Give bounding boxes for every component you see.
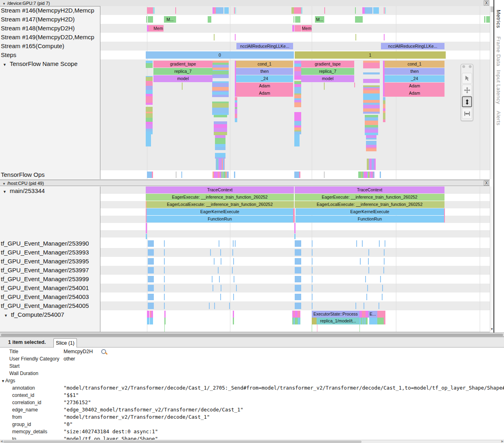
timeline-slice[interactable]: [294, 61, 301, 64]
timeline-slice[interactable]: [366, 141, 376, 145]
timeline-slice[interactable]: model: [153, 75, 213, 82]
timeline-slice[interactable]: [295, 25, 301, 32]
timeline-slice[interactable]: [148, 249, 154, 256]
timeline-slice[interactable]: [212, 91, 229, 92]
timeline-slice[interactable]: [298, 318, 299, 324]
search-icon[interactable]: [101, 349, 106, 354]
timeline-slice[interactable]: [294, 112, 301, 116]
timeline-slice[interactable]: [222, 159, 223, 170]
timeline-slice[interactable]: [218, 267, 219, 273]
timeline-slice[interactable]: [146, 81, 153, 86]
scroll-down-arrow-icon[interactable]: ▼: [490, 327, 493, 331]
timeline-slice[interactable]: [365, 117, 378, 121]
timeline-slice[interactable]: [363, 96, 380, 100]
tab-alerts[interactable]: Alerts: [495, 111, 502, 125]
scrollbar-thumb[interactable]: [491, 6, 493, 12]
timeline-slice[interactable]: [354, 83, 355, 87]
timeline-slice[interactable]: [383, 267, 384, 273]
timeline-slice[interactable]: [215, 144, 225, 147]
scroll-right-arrow-icon[interactable]: ▶: [502, 440, 504, 443]
timeline-slice[interactable]: [212, 95, 229, 97]
timeline-slice[interactable]: [295, 16, 300, 23]
timeline-slice[interactable]: TraceContext: [295, 187, 444, 193]
timeline-slice[interactable]: [324, 172, 325, 178]
timeline-slice[interactable]: [224, 159, 225, 170]
timeline-slice[interactable]: [176, 172, 177, 178]
timeline-slice[interactable]: [221, 172, 221, 178]
timeline-slice[interactable]: [368, 172, 370, 178]
timeline-slice[interactable]: [232, 249, 233, 256]
timeline-slice[interactable]: [234, 7, 235, 14]
timeline-slice[interactable]: [213, 285, 213, 291]
timeline-slice[interactable]: [220, 159, 221, 170]
zoom-tool-button[interactable]: [462, 96, 472, 107]
selection-tool-button[interactable]: [462, 73, 472, 84]
timeline-slice[interactable]: gradient_tape: [301, 61, 354, 68]
timeline-slice[interactable]: [365, 7, 372, 14]
timeline-slice[interactable]: [146, 131, 153, 134]
timeline-slice[interactable]: [294, 81, 301, 82]
timeline-slice[interactable]: [295, 276, 301, 282]
timeline-slice[interactable]: FunctionRun: [296, 216, 444, 223]
timeline-slice[interactable]: [295, 311, 296, 318]
timeline-slice[interactable]: [217, 159, 217, 170]
timeline-slice[interactable]: [373, 159, 374, 170]
timeline-slice[interactable]: [153, 7, 155, 14]
timeline-slice[interactable]: [164, 294, 165, 300]
timeline-slice[interactable]: [300, 318, 300, 324]
timeline-slice[interactable]: [214, 303, 215, 309]
timeline-slice[interactable]: [300, 311, 300, 318]
timeline-slice[interactable]: [361, 318, 362, 324]
timeline-slice[interactable]: [148, 16, 153, 23]
timeline-slice[interactable]: then: [385, 68, 444, 75]
timeline-slice[interactable]: [148, 294, 154, 300]
scrollbar-thumb[interactable]: [3, 441, 362, 443]
timeline-slice[interactable]: [362, 172, 363, 178]
timeline-slice[interactable]: [146, 107, 153, 112]
timeline-slice[interactable]: [364, 318, 365, 324]
timeline-slice[interactable]: [294, 64, 301, 67]
timeline-slice[interactable]: [372, 172, 373, 178]
timeline-slice[interactable]: [294, 71, 301, 76]
gpu-process-header[interactable]: ▼/device:GPU:7 (pid 7) X: [0, 0, 490, 6]
timeline-slice[interactable]: [208, 16, 211, 23]
timeline-slice[interactable]: [312, 267, 313, 273]
tab-input-latency[interactable]: Input Latency: [495, 70, 502, 104]
timeline-slice[interactable]: [484, 16, 485, 23]
timeline-slice[interactable]: [148, 303, 154, 309]
timeline-slice[interactable]: [365, 133, 378, 135]
timeline-slice[interactable]: [365, 125, 378, 127]
timeline-slice[interactable]: [293, 16, 294, 23]
timeline-slice[interactable]: [217, 172, 218, 178]
timeline-slice[interactable]: [359, 324, 360, 332]
timeline-slice[interactable]: [383, 61, 385, 97]
timeline-slice[interactable]: [148, 258, 154, 265]
timeline-slice[interactable]: [358, 172, 359, 178]
timeline-slice[interactable]: [219, 172, 221, 178]
tab-slice[interactable]: Slice (1): [53, 338, 77, 348]
timeline-slice[interactable]: [146, 118, 153, 122]
timeline-slice[interactable]: [216, 159, 217, 170]
timeline-slice[interactable]: [215, 153, 225, 157]
timeline-slice[interactable]: [368, 159, 369, 170]
timeline-slice[interactable]: [226, 172, 227, 178]
timeline-slice[interactable]: [219, 240, 219, 247]
timeline-slice[interactable]: [379, 303, 379, 309]
timeline-slice[interactable]: [369, 159, 370, 170]
timeline-slice[interactable]: [146, 122, 153, 124]
timeline-slice[interactable]: cond_1: [236, 61, 293, 68]
panel-splitter[interactable]: [0, 333, 504, 337]
timeline-slice[interactable]: [296, 318, 298, 324]
timeline-slice[interactable]: [146, 86, 153, 90]
timeline-slice[interactable]: [212, 65, 229, 68]
timeline-slice[interactable]: [150, 311, 151, 318]
timeline-slice[interactable]: [217, 159, 218, 170]
timeline-slice[interactable]: [324, 7, 325, 14]
timeline-slice[interactable]: [294, 131, 301, 134]
timeline-slice[interactable]: [214, 258, 215, 265]
timeline-slice[interactable]: [215, 172, 217, 178]
timeline-slice[interactable]: [214, 121, 227, 124]
timeline-slice[interactable]: [298, 311, 300, 318]
timeline-slice[interactable]: Adam: [236, 83, 293, 89]
timeline-slice[interactable]: [212, 276, 213, 282]
